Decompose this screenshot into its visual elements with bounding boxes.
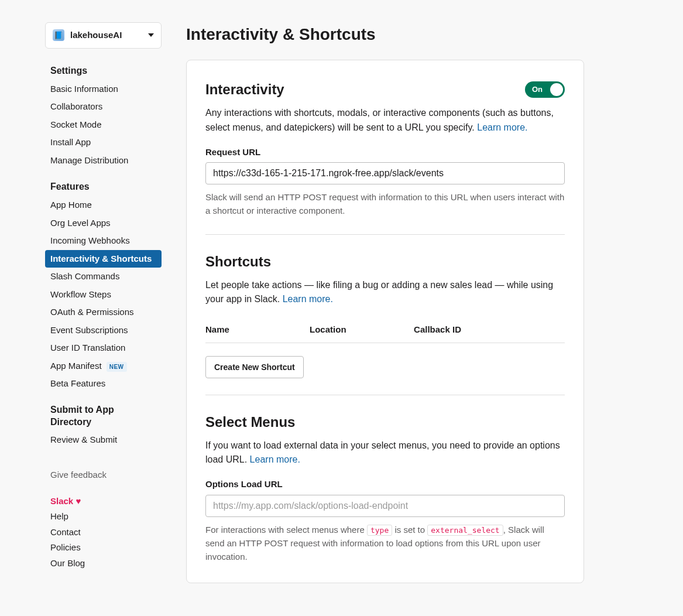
nav-give-feedback[interactable]: Give feedback [50, 467, 156, 483]
nav-incoming-webhooks[interactable]: Incoming Webhooks [45, 232, 162, 250]
help-prefix: For interactions with select menus where [205, 525, 367, 535]
col-name: Name [205, 317, 310, 343]
interactivity-learn-more-link[interactable]: Learn more. [477, 122, 527, 132]
shortcuts-table: Name Location Callback ID [205, 317, 565, 343]
nav-install-app[interactable]: Install App [45, 134, 162, 152]
nav-app-home[interactable]: App Home [45, 196, 162, 214]
shortcuts-learn-more-link[interactable]: Learn more. [283, 294, 333, 304]
nav-help[interactable]: Help [50, 509, 156, 525]
app-selector[interactable]: 📘 lakehouseAI [45, 22, 162, 49]
nav-socket-mode[interactable]: Socket Mode [45, 116, 162, 134]
settings-card: Interactivity On Any interactions with s… [186, 60, 584, 583]
options-url-label: Options Load URL [205, 478, 565, 491]
col-location: Location [310, 317, 414, 343]
nav-section-features: Features [45, 175, 162, 196]
nav-section-submit: Submit to App Directory [45, 399, 162, 431]
new-badge: NEW [107, 362, 127, 372]
select-menus-title: Select Menus [205, 412, 565, 433]
code-external-select: external_select [427, 525, 503, 536]
nav-event-subscriptions[interactable]: Event Subscriptions [45, 321, 162, 340]
toggle-knob [550, 83, 563, 96]
divider [205, 234, 565, 235]
options-url-input[interactable] [205, 495, 565, 517]
select-menus-description: If you want to load external data in you… [205, 439, 565, 468]
nav-manage-distribution[interactable]: Manage Distribution [45, 152, 162, 170]
nav-review-submit[interactable]: Review & Submit [45, 431, 162, 449]
slack-label: Slack [50, 496, 73, 506]
nav-beta-features[interactable]: Beta Features [45, 375, 162, 393]
options-url-help: For interactions with select menus where… [205, 523, 565, 564]
heart-icon: ♥ [75, 496, 81, 506]
create-shortcut-button[interactable]: Create New Shortcut [205, 356, 304, 378]
nav-policies[interactable]: Policies [50, 540, 156, 556]
request-url-label: Request URL [205, 146, 565, 159]
nav-workflow-steps[interactable]: Workflow Steps [45, 286, 162, 304]
nav-basic-information[interactable]: Basic Information [45, 80, 162, 98]
nav-contact[interactable]: Contact [50, 525, 156, 540]
request-url-input[interactable] [205, 162, 565, 184]
toggle-on-label: On [532, 84, 543, 95]
nav-interactivity-shortcuts[interactable]: Interactivity & Shortcuts [45, 250, 162, 268]
nav-oauth-permissions[interactable]: OAuth & Permissions [45, 303, 162, 321]
shortcuts-title: Shortcuts [205, 251, 565, 272]
nav-slack-link[interactable]: Slack ♥ [50, 494, 156, 509]
nav-user-id-translation[interactable]: User ID Translation [45, 339, 162, 357]
col-callback-id: Callback ID [414, 317, 565, 343]
select-menus-learn-more-link[interactable]: Learn more. [250, 454, 300, 464]
page-title: Interactivity & Shortcuts [186, 22, 584, 47]
interactivity-toggle[interactable]: On [525, 81, 565, 98]
shortcuts-desc-text: Let people take actions — like filing a … [205, 280, 553, 304]
nav-collaborators[interactable]: Collaborators [45, 98, 162, 116]
app-icon: 📘 [53, 29, 64, 41]
request-url-help: Slack will send an HTTP POST request wit… [205, 190, 565, 218]
nav-slash-commands[interactable]: Slash Commands [45, 268, 162, 286]
nav-org-level-apps[interactable]: Org Level Apps [45, 214, 162, 232]
nav-section-settings: Settings [45, 59, 162, 80]
app-name: lakehouseAI [70, 29, 122, 42]
code-type: type [367, 525, 392, 536]
interactivity-description: Any interactions with shortcuts, modals,… [205, 106, 565, 135]
divider [205, 395, 565, 395]
nav-app-manifest[interactable]: App Manifest NEW [45, 357, 162, 375]
chevron-down-icon [148, 33, 154, 37]
nav-app-manifest-label: App Manifest [50, 361, 102, 371]
nav-our-blog[interactable]: Our Blog [50, 556, 156, 571]
interactivity-title: Interactivity [205, 79, 284, 100]
shortcuts-description: Let people take actions — like filing a … [205, 278, 565, 307]
help-mid: is set to [392, 525, 427, 535]
